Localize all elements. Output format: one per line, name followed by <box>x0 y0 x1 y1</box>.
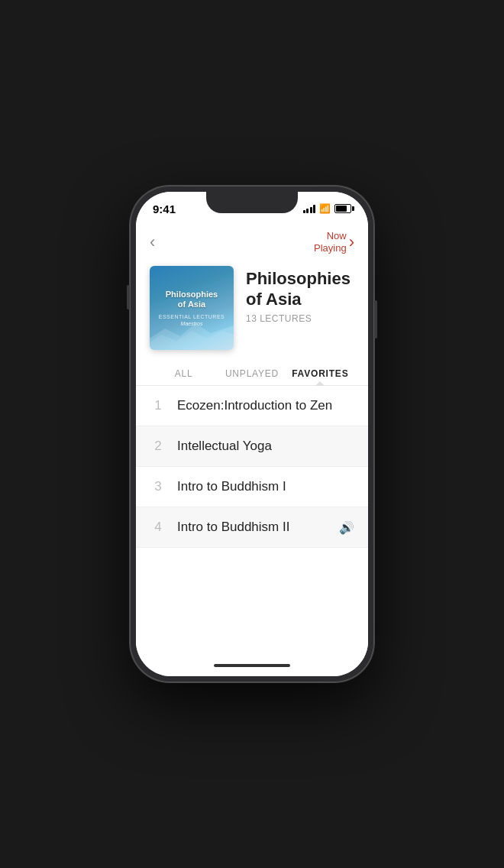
track-name: Intellectual Yoga <box>177 439 354 454</box>
track-item[interactable]: 2 Intellectual Yoga <box>136 426 368 467</box>
track-number: 1 <box>150 398 166 413</box>
status-time: 9:41 <box>153 202 176 215</box>
phone-frame: 9:41 📶 ‹ NowPlaying › <box>130 186 374 682</box>
track-item[interactable]: 3 Intro to Buddhism I <box>136 467 368 507</box>
battery-icon <box>334 204 351 213</box>
tab-unplayed[interactable]: UNPLAYED <box>218 361 286 385</box>
track-item[interactable]: 1 Ecozen:Introduction to Zen <box>136 386 368 426</box>
tabs-bar: ALL UNPLAYED FAVORITES <box>136 361 368 386</box>
status-bar: 9:41 📶 <box>136 192 368 225</box>
album-title: Philosophiesof Asia <box>246 269 354 309</box>
track-list: 1 Ecozen:Introduction to Zen 2 Intellect… <box>136 386 368 655</box>
album-art: Philosophiesof Asia Essential Lectures M… <box>150 266 234 350</box>
track-name: Intro to Buddhism I <box>177 479 354 494</box>
track-name: Intro to Buddhism II <box>177 520 333 535</box>
wifi-icon: 📶 <box>319 203 331 214</box>
album-lectures: 13 LECTURES <box>246 313 354 324</box>
album-header: Philosophiesof Asia Essential Lectures M… <box>136 260 368 361</box>
now-playing-label: NowPlaying <box>314 230 347 254</box>
album-art-overlay: Philosophiesof Asia Essential Lectures M… <box>150 266 234 350</box>
back-button[interactable]: ‹ <box>150 232 168 252</box>
home-indicator <box>136 655 368 676</box>
track-number: 2 <box>150 439 166 454</box>
now-playing-button[interactable]: NowPlaying › <box>314 230 354 254</box>
album-art-subtitle: Essential Lectures <box>159 314 225 319</box>
signal-icon <box>303 204 316 213</box>
playing-icon: 🔊 <box>339 520 354 535</box>
track-number: 3 <box>150 479 166 494</box>
track-item[interactable]: 4 Intro to Buddhism II 🔊 <box>136 507 368 548</box>
tab-all[interactable]: ALL <box>150 361 218 385</box>
battery-fill <box>336 206 347 212</box>
tab-favorites[interactable]: FAVORITES <box>286 361 354 385</box>
phone-screen: 9:41 📶 ‹ NowPlaying › <box>136 192 368 676</box>
nav-bar: ‹ NowPlaying › <box>136 225 368 260</box>
album-art-title: Philosophiesof Asia <box>166 290 218 309</box>
notch <box>206 192 298 213</box>
track-name: Ecozen:Introduction to Zen <box>177 398 354 413</box>
status-icons: 📶 <box>303 203 352 214</box>
track-number: 4 <box>150 520 166 535</box>
album-info: Philosophiesof Asia 13 LECTURES <box>246 266 354 324</box>
home-bar <box>214 664 290 667</box>
album-art-brand: Maestros <box>181 321 203 326</box>
forward-icon[interactable]: › <box>349 232 354 252</box>
